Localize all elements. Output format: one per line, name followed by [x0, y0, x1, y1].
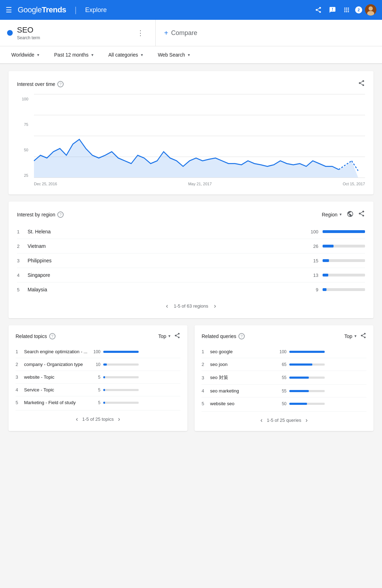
- filter-category[interactable]: All categories ▼: [105, 51, 146, 59]
- chart-y-50: 50: [17, 148, 28, 152]
- region-name[interactable]: Philippines: [28, 258, 301, 263]
- interest-over-time-title: Interest over time: [17, 81, 55, 87]
- search-term-type: Search term: [17, 35, 128, 40]
- topic-score: 5: [88, 400, 100, 405]
- menu-icon[interactable]: ☰: [6, 6, 12, 14]
- search-more-button[interactable]: ⋮: [133, 29, 148, 37]
- region-bar: [323, 259, 329, 262]
- region-bar-container: [323, 288, 365, 291]
- filter-search-type-arrow: ▼: [187, 53, 191, 57]
- query-bar: [289, 390, 309, 392]
- queries-prev-button[interactable]: ‹: [260, 417, 262, 424]
- query-bar-container: [289, 363, 325, 366]
- region-name[interactable]: Malaysia: [28, 287, 301, 292]
- region-globe-icon[interactable]: [347, 210, 354, 219]
- chart-svg: [34, 94, 365, 177]
- query-name[interactable]: seo google: [210, 349, 274, 354]
- topic-name[interactable]: website - Topic: [24, 374, 88, 380]
- region-item: 2 Vietnam 26: [17, 239, 365, 254]
- chart-y-labels: 100 75 50 25: [17, 94, 28, 186]
- topic-rank: 3: [16, 374, 24, 380]
- header-divider: |: [75, 5, 77, 14]
- related-topics-controls: Top ▼: [158, 332, 180, 340]
- query-name[interactable]: seo marketing: [210, 388, 274, 394]
- topics-prev-button[interactable]: ‹: [76, 415, 78, 423]
- related-topics-share[interactable]: [174, 332, 180, 340]
- related-queries-controls: Top ▼: [345, 332, 366, 340]
- related-queries-title-text: Related queries: [202, 333, 236, 339]
- related-topics-help[interactable]: ?: [49, 333, 56, 339]
- notifications-badge[interactable]: 2: [355, 6, 362, 13]
- topic-name[interactable]: Service - Topic: [24, 387, 88, 392]
- related-topics-filter[interactable]: Top ▼: [158, 333, 171, 339]
- region-view-select[interactable]: Region ▼: [322, 212, 342, 217]
- topic-name[interactable]: Marketing - Field of study: [24, 400, 88, 405]
- region-prev-button[interactable]: ‹: [166, 302, 168, 310]
- filter-time[interactable]: Past 12 months ▼: [51, 51, 97, 59]
- google-logo-text: GoogleTrends: [18, 5, 66, 14]
- region-share-icon[interactable]: [358, 210, 365, 219]
- region-next-button[interactable]: ›: [214, 302, 216, 310]
- interest-over-time-help[interactable]: ?: [57, 81, 64, 87]
- search-row: SEO Search term ⋮ + Compare: [0, 20, 382, 46]
- search-info: SEO Search term: [17, 25, 128, 40]
- query-name[interactable]: seo 対策: [210, 374, 274, 381]
- filter-search-type-label: Web Search: [158, 52, 185, 58]
- gridline-0: [34, 177, 365, 178]
- query-score: 55: [274, 389, 286, 394]
- related-queries-filter-arrow: ▼: [354, 334, 357, 338]
- queries-next-button[interactable]: ›: [306, 417, 308, 424]
- related-topics-title-text: Related topics: [16, 333, 47, 339]
- filter-bar: Worldwide ▼ Past 12 months ▼ All categor…: [0, 46, 382, 64]
- region-name[interactable]: Singapore: [28, 272, 301, 278]
- related-topics-filter-label: Top: [158, 333, 167, 339]
- compare-label: Compare: [171, 29, 197, 37]
- filter-location-arrow: ▼: [36, 53, 40, 57]
- chart-y-75: 75: [17, 122, 28, 127]
- query-bar: [289, 403, 307, 405]
- query-bar: [289, 351, 325, 353]
- apps-icon[interactable]: [341, 4, 352, 16]
- region-item: 4 Singapore 13: [17, 268, 365, 283]
- topic-name[interactable]: company - Organization type: [24, 362, 88, 367]
- region-bar-container: [323, 274, 365, 276]
- related-queries-header: Related queries ? Top ▼: [202, 332, 366, 340]
- region-pagination-text: 1-5 of 63 regions: [174, 303, 208, 309]
- query-name[interactable]: website seo: [210, 401, 274, 406]
- query-name[interactable]: seo joon: [210, 362, 274, 367]
- interest-over-time-share[interactable]: [358, 80, 365, 88]
- query-bar-container: [289, 403, 325, 405]
- topics-next-button[interactable]: ›: [118, 415, 120, 423]
- topic-item: 4 Service - Topic 5: [16, 384, 180, 396]
- query-rank: 2: [202, 362, 210, 367]
- avatar[interactable]: [365, 4, 376, 16]
- query-score: 100: [274, 349, 286, 354]
- main-content: Interest over time ? 100 75 50 25: [0, 71, 382, 431]
- bottom-section: Related topics ? Top ▼ 1 Search engine o…: [8, 325, 374, 431]
- feedback-icon[interactable]: [327, 4, 338, 16]
- search-term-block: SEO Search term ⋮: [0, 20, 156, 46]
- region-rank: 5: [17, 287, 28, 292]
- compare-button[interactable]: + Compare: [156, 20, 382, 46]
- topic-bar-container: [103, 351, 139, 353]
- related-queries-filter[interactable]: Top ▼: [345, 333, 357, 339]
- chart-container: 100 75 50 25: [17, 94, 365, 186]
- filter-search-type[interactable]: Web Search ▼: [155, 51, 193, 59]
- region-bar: [323, 274, 328, 276]
- topic-rank: 2: [16, 362, 24, 367]
- query-bar: [289, 363, 312, 366]
- share-icon[interactable]: [313, 4, 324, 16]
- topic-bar-container: [103, 402, 139, 404]
- region-help[interactable]: ?: [57, 211, 64, 218]
- topic-name[interactable]: Search engine optimization - ...: [24, 349, 88, 354]
- region-name[interactable]: St. Helena: [28, 229, 301, 234]
- region-name[interactable]: Vietnam: [28, 243, 301, 249]
- topic-bar: [103, 402, 105, 404]
- query-score: 65: [274, 362, 286, 367]
- card-title: Interest over time ?: [17, 81, 64, 87]
- related-topics-card: Related topics ? Top ▼ 1 Search engine o…: [8, 325, 187, 431]
- related-queries-help[interactable]: ?: [238, 333, 245, 339]
- filter-location[interactable]: Worldwide ▼: [8, 51, 43, 59]
- region-score: 26: [301, 244, 318, 249]
- related-queries-share[interactable]: [360, 332, 366, 340]
